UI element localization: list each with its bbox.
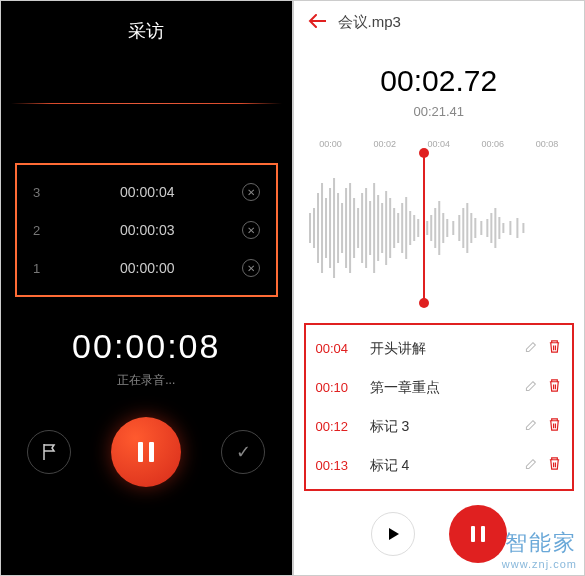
flag-mark-button[interactable] [27, 430, 71, 474]
svg-rect-18 [381, 203, 383, 253]
svg-rect-7 [337, 193, 339, 263]
svg-rect-17 [377, 195, 379, 261]
playback-waveform[interactable] [304, 153, 575, 303]
edit-tag-icon[interactable] [524, 379, 537, 397]
svg-rect-8 [341, 203, 343, 253]
tag-time: 00:12 [316, 419, 360, 434]
recording-timer: 00:00:08 正在录音... [1, 327, 292, 389]
mark-time: 00:00:00 [53, 260, 242, 276]
svg-rect-26 [413, 215, 415, 241]
elapsed-time: 00:00:08 [1, 327, 292, 366]
svg-rect-12 [357, 208, 359, 248]
svg-rect-14 [365, 188, 367, 268]
recording-screen: 采访 3 00:00:04 ✕ 2 00:00:03 ✕ 1 00:00:00 … [0, 0, 293, 576]
play-button[interactable] [371, 512, 415, 556]
tag-row[interactable]: 00:04 开头讲解 [306, 329, 573, 368]
svg-rect-4 [325, 198, 327, 258]
svg-rect-34 [452, 221, 454, 235]
delete-mark-icon[interactable]: ✕ [242, 221, 260, 239]
delete-tag-icon[interactable] [547, 417, 562, 436]
svg-rect-31 [438, 201, 440, 255]
svg-rect-37 [466, 203, 468, 253]
svg-rect-19 [385, 191, 387, 265]
file-title: 会议.mp3 [338, 13, 401, 32]
svg-rect-46 [509, 221, 511, 235]
delete-mark-icon[interactable]: ✕ [242, 259, 260, 277]
done-button[interactable]: ✓ [221, 430, 265, 474]
recording-status: 正在录音... [1, 372, 292, 389]
mark-index: 2 [33, 223, 53, 238]
pause-icon [138, 442, 154, 462]
svg-rect-16 [373, 183, 375, 273]
mark-row[interactable]: 2 00:00:03 ✕ [25, 211, 268, 249]
live-waveform [11, 73, 282, 133]
svg-rect-21 [393, 208, 395, 248]
mark-time: 00:00:04 [53, 184, 242, 200]
svg-rect-36 [462, 208, 464, 248]
tag-row[interactable]: 00:13 标记 4 [306, 446, 573, 485]
svg-rect-27 [417, 219, 419, 237]
svg-rect-43 [494, 208, 496, 248]
svg-rect-5 [329, 188, 331, 268]
mark-time: 00:00:03 [53, 222, 242, 238]
svg-rect-22 [397, 213, 399, 243]
svg-rect-10 [349, 183, 351, 273]
svg-rect-13 [361, 193, 363, 263]
tick: 00:08 [536, 139, 559, 149]
mark-row[interactable]: 1 00:00:00 ✕ [25, 249, 268, 287]
svg-rect-23 [401, 203, 403, 253]
play-icon [386, 527, 400, 541]
edit-tag-icon[interactable] [524, 418, 537, 436]
delete-tag-icon[interactable] [547, 456, 562, 475]
svg-rect-32 [442, 213, 444, 243]
svg-rect-2 [317, 193, 319, 263]
pause-record-button[interactable] [111, 417, 181, 487]
svg-rect-44 [498, 217, 500, 239]
back-arrow-icon[interactable] [308, 14, 326, 32]
svg-rect-35 [458, 215, 460, 241]
time-ruler: 00:00 00:02 00:04 00:06 00:08 [304, 139, 575, 149]
tick: 00:04 [427, 139, 450, 149]
svg-rect-38 [470, 213, 472, 243]
svg-rect-11 [353, 198, 355, 258]
svg-rect-1 [313, 208, 315, 248]
svg-rect-15 [369, 201, 371, 255]
pause-playback-button[interactable] [449, 505, 507, 563]
playhead-indicator[interactable] [423, 153, 425, 303]
svg-rect-0 [309, 213, 311, 243]
check-icon: ✓ [236, 441, 251, 463]
svg-rect-30 [434, 208, 436, 248]
tag-row[interactable]: 00:10 第一章重点 [306, 368, 573, 407]
tick: 00:06 [482, 139, 505, 149]
svg-rect-47 [516, 218, 518, 238]
total-duration: 00:21.41 [294, 104, 585, 119]
svg-rect-24 [405, 197, 407, 259]
svg-rect-39 [474, 218, 476, 238]
recording-title: 采访 [1, 1, 292, 53]
svg-rect-48 [522, 223, 524, 233]
mark-index: 3 [33, 185, 53, 200]
svg-rect-40 [480, 221, 482, 235]
playback-controls [294, 505, 585, 563]
tag-time: 00:10 [316, 380, 360, 395]
tag-label: 标记 3 [370, 418, 515, 436]
tick: 00:00 [319, 139, 342, 149]
edit-tag-icon[interactable] [524, 340, 537, 358]
mark-row[interactable]: 3 00:00:04 ✕ [25, 173, 268, 211]
delete-mark-icon[interactable]: ✕ [242, 183, 260, 201]
tags-list-highlight: 00:04 开头讲解 00:10 第一章重点 00:12 标记 3 00:13 … [304, 323, 575, 491]
edit-tag-icon[interactable] [524, 457, 537, 475]
tag-row[interactable]: 00:12 标记 3 [306, 407, 573, 446]
record-controls: ✓ [1, 417, 292, 487]
svg-rect-41 [486, 219, 488, 237]
svg-rect-42 [490, 213, 492, 243]
tag-label: 标记 4 [370, 457, 515, 475]
svg-rect-20 [389, 198, 391, 258]
tick: 00:02 [373, 139, 396, 149]
delete-tag-icon[interactable] [547, 339, 562, 358]
pause-icon [471, 526, 485, 542]
svg-rect-9 [345, 188, 347, 268]
tag-label: 开头讲解 [370, 340, 515, 358]
svg-rect-45 [502, 223, 504, 233]
delete-tag-icon[interactable] [547, 378, 562, 397]
